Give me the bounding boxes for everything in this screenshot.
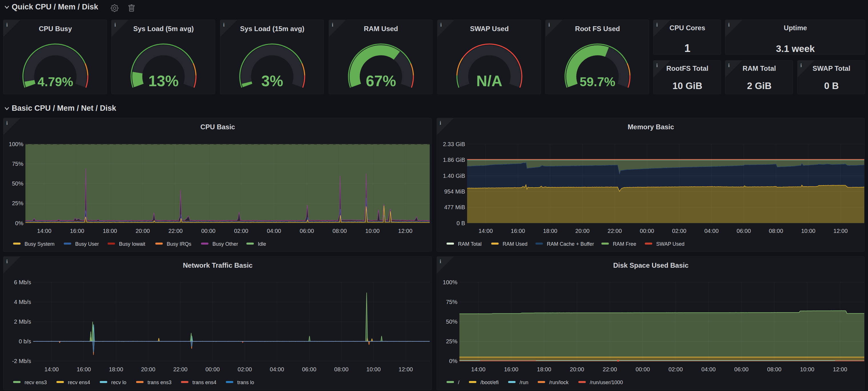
svg-text:0 B: 0 B [457,220,465,226]
svg-text:477 MiB: 477 MiB [444,204,465,210]
svg-text:14:00: 14:00 [37,228,51,234]
svg-text:trans ens3: trans ens3 [148,380,172,385]
svg-text:04:00: 04:00 [267,228,281,234]
svg-text:00:00: 00:00 [636,366,650,372]
svg-text:12:00: 12:00 [399,366,413,372]
svg-text:Busy User: Busy User [75,241,99,247]
svg-text:/run/lock: /run/lock [549,380,569,385]
svg-text:12:00: 12:00 [398,228,412,234]
svg-text:08:00: 08:00 [767,366,781,372]
svg-text:14:00: 14:00 [478,228,493,234]
svg-text:22:00: 22:00 [602,366,617,372]
svg-text:Busy Iowait: Busy Iowait [119,241,145,247]
svg-text:2.33 GiB: 2.33 GiB [443,141,465,147]
svg-text:100%: 100% [9,141,23,147]
svg-text:RAM Cache + Buffer: RAM Cache + Buffer [547,241,594,247]
svg-text:06:00: 06:00 [737,228,751,234]
svg-text:0%: 0% [449,358,457,364]
svg-text:08:00: 08:00 [769,228,783,234]
svg-text:75%: 75% [12,161,23,167]
svg-text:50%: 50% [446,319,457,325]
svg-text:20:00: 20:00 [141,366,155,372]
svg-text:22:00: 22:00 [608,228,622,234]
svg-text:trans lo: trans lo [238,380,254,385]
svg-text:14:00: 14:00 [44,366,59,372]
svg-text:00:00: 00:00 [201,228,215,234]
svg-text:16:00: 16:00 [504,366,518,372]
svg-text:04:00: 04:00 [704,228,718,234]
svg-text:Busy System: Busy System [25,241,55,247]
svg-text:SWAP Used: SWAP Used [656,241,685,247]
svg-text:/run/user/1000: /run/user/1000 [590,380,623,385]
svg-text:4.79%: 4.79% [38,75,73,89]
svg-text:13%: 13% [148,72,179,89]
svg-text:25%: 25% [12,200,23,206]
svg-text:6 Mb/s: 6 Mb/s [14,279,31,285]
svg-text:Busy IRQs: Busy IRQs [167,241,191,247]
svg-text:18:00: 18:00 [537,366,551,372]
svg-text:10:00: 10:00 [801,228,815,234]
svg-text:recv lo: recv lo [111,380,126,385]
svg-text:22:00: 22:00 [173,366,187,372]
svg-text:1.86 GiB: 1.86 GiB [443,157,465,163]
svg-text:08:00: 08:00 [334,366,348,372]
svg-text:1.40 GiB: 1.40 GiB [443,173,465,179]
svg-text:recv ens3: recv ens3 [25,380,47,385]
svg-text:02:00: 02:00 [238,366,252,372]
svg-text:Idle: Idle [258,241,266,247]
svg-text:50%: 50% [12,180,23,187]
svg-text:20:00: 20:00 [575,228,590,234]
svg-text:12:00: 12:00 [834,228,848,234]
svg-text:67%: 67% [366,72,396,89]
svg-text:25%: 25% [446,338,457,344]
svg-text:10:00: 10:00 [800,366,814,372]
svg-text:20:00: 20:00 [135,228,150,234]
svg-text:RAM Free: RAM Free [613,241,636,247]
svg-text:22:00: 22:00 [168,228,183,234]
svg-text:59.7%: 59.7% [580,75,616,89]
svg-text:trans ens4: trans ens4 [192,380,216,385]
svg-text:4 Mb/s: 4 Mb/s [14,299,31,305]
svg-text:/boot/efi: /boot/efi [480,380,498,385]
svg-text:04:00: 04:00 [701,366,716,372]
svg-text:14:00: 14:00 [471,366,485,372]
svg-text:12:00: 12:00 [833,366,847,372]
svg-text:16:00: 16:00 [511,228,525,234]
svg-text:16:00: 16:00 [77,366,91,372]
svg-text:06:00: 06:00 [300,228,314,234]
svg-text:06:00: 06:00 [302,366,316,372]
svg-text:18:00: 18:00 [109,366,123,372]
svg-text:10:00: 10:00 [366,366,381,372]
svg-text:02:00: 02:00 [234,228,248,234]
svg-text:RAM Total: RAM Total [458,241,482,247]
svg-text:00:00: 00:00 [206,366,220,372]
svg-text:-2 Mb/s: -2 Mb/s [12,358,31,364]
svg-text:Busy Other: Busy Other [212,241,238,247]
svg-text:18:00: 18:00 [543,228,557,234]
svg-text:20:00: 20:00 [570,366,584,372]
svg-text:0 b/s: 0 b/s [19,338,31,344]
svg-text:06:00: 06:00 [734,366,748,372]
svg-text:2 Mb/s: 2 Mb/s [14,319,31,325]
svg-text:75%: 75% [446,299,457,305]
svg-text:00:00: 00:00 [640,228,654,234]
svg-text:954 MiB: 954 MiB [444,188,465,194]
svg-text:N/A: N/A [476,72,502,89]
svg-text:3%: 3% [261,72,283,89]
svg-text:RAM Used: RAM Used [503,241,528,247]
svg-text:0%: 0% [15,220,23,226]
svg-text:04:00: 04:00 [270,366,284,372]
svg-text:/: / [458,380,459,385]
svg-text:08:00: 08:00 [333,228,347,234]
svg-text:18:00: 18:00 [103,228,117,234]
svg-text:16:00: 16:00 [70,228,84,234]
svg-text:/run: /run [520,380,528,385]
svg-text:02:00: 02:00 [669,366,683,372]
svg-text:02:00: 02:00 [672,228,686,234]
svg-text:recv ens4: recv ens4 [68,380,90,385]
svg-text:10:00: 10:00 [365,228,379,234]
svg-text:100%: 100% [443,279,457,285]
